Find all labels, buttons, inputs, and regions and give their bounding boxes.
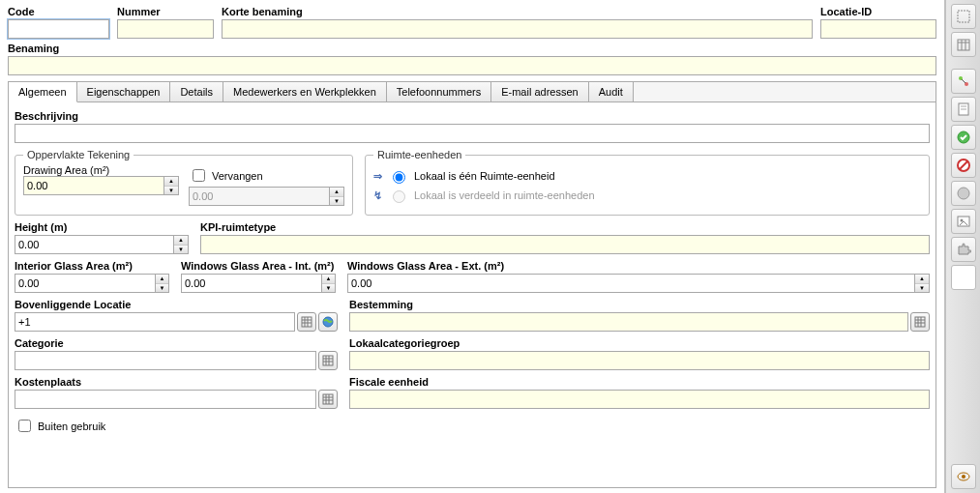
drawing-area-spinner[interactable]: ▲▼ [163,176,179,195]
svg-rect-6 [915,317,925,327]
win-glass-ext-spinner[interactable]: ▲▼ [914,274,930,293]
tool-puzzle-icon[interactable] [951,237,976,262]
bovenliggende-label: Bovenliggende Locatie [15,299,338,310]
kostenplaats-lookup-button[interactable] [318,390,338,409]
tool-blank[interactable] [951,265,976,290]
oppervlakte-legend: Oppervlakte Tekening [23,149,134,160]
radio-one-unit[interactable] [393,171,405,184]
bestemming-lookup-button[interactable] [910,312,930,332]
benaming-input[interactable] [8,56,936,75]
tool-link-icon[interactable] [951,69,976,94]
svg-rect-11 [323,356,333,365]
svg-rect-21 [958,11,969,22]
lokaalcategoriegroep-label: Lokaalcategoriegroep [349,337,930,349]
bovenliggende-globe-button[interactable] [318,312,338,332]
tab-algemeen[interactable]: Algemeen [9,82,77,102]
radio-one-unit-label: Lokaal is één Ruimte-eenheid [414,170,555,182]
categorie-label: Categorie [15,337,338,349]
radio-multi-unit-label: Lokaal is verdeeld in ruimte-eenheden [414,189,595,201]
svg-point-39 [962,475,965,478]
win-glass-int-label: Windows Glass Area - Int. (m²) [181,260,336,272]
win-glass-ext-label: Windows Glass Area - Ext. (m²) [347,260,930,272]
vervangen-spinner: ▲▼ [329,187,344,206]
categorie-lookup-button[interactable] [318,351,338,370]
tool-document-icon[interactable] [951,97,976,122]
categorie-input[interactable] [15,351,316,370]
korte-benaming-label: Korte benaming [222,6,813,17]
svg-point-35 [958,188,969,199]
int-glass-input[interactable] [15,274,155,293]
kostenplaats-label: Kostenplaats [15,376,338,388]
code-label: Code [8,6,109,17]
tool-image-icon[interactable] [951,209,976,234]
tab-content-algemeen: Beschrijving Oppervlakte Tekening Drawin… [8,102,936,488]
win-glass-ext-input[interactable] [347,274,914,293]
win-glass-int-input[interactable] [181,274,321,293]
bovenliggende-lookup-button[interactable] [297,312,316,332]
locatie-id-input[interactable] [820,19,936,39]
height-spinner[interactable]: ▲▼ [173,235,189,254]
vervangen-checkbox[interactable]: Vervangen [189,166,344,185]
ruimte-eenheden-fieldset: Ruimte-eenheden ⇒ Lokaal is één Ruimte-e… [365,149,930,216]
fiscale-input[interactable] [349,390,930,409]
tab-details[interactable]: Details [170,82,223,102]
lokaalcategoriegroep-input[interactable] [349,351,930,370]
tab-email[interactable]: E-mail adressen [491,82,588,102]
tool-ok-icon[interactable] [951,125,976,150]
equals-icon: ⇒ [373,170,382,183]
locatie-id-label: Locatie-ID [820,6,936,17]
int-glass-label: Interior Glass Area (m²) [15,260,169,272]
code-input[interactable] [8,19,109,39]
ruimte-eenheden-legend: Ruimte-eenheden [373,149,465,160]
tool-globe-icon[interactable] [951,181,976,206]
form-area: Code Nummer Korte benaming Locatie-ID Be… [0,0,945,493]
toolbar [945,0,980,493]
tool-select-icon[interactable] [951,4,976,29]
benaming-label: Benaming [8,43,936,54]
kostenplaats-input[interactable] [15,390,316,409]
drawing-area-label: Drawing Area (m²) [23,164,179,176]
svg-rect-22 [958,40,969,50]
tabs: Algemeen Eigenschappen Details Medewerke… [8,81,936,102]
bestemming-label: Bestemming [349,299,930,310]
split-icon: ↯ [373,189,382,202]
tab-eigenschappen[interactable]: Eigenschappen [77,82,171,102]
nummer-input[interactable] [117,19,214,39]
fiscale-label: Fiscale eenheid [349,376,930,388]
tab-telefoon[interactable]: Telefoonnummers [387,82,491,102]
beschrijving-input[interactable] [15,124,930,143]
buiten-gebruik-checkbox[interactable]: Buiten gebruik [15,417,930,435]
radio-multi-unit [393,190,405,203]
tab-audit[interactable]: Audit [589,82,634,102]
vervangen-input [189,187,329,206]
drawing-area-input[interactable] [23,176,163,195]
tool-eye-icon[interactable] [951,464,976,489]
svg-line-28 [962,79,965,83]
height-label: Height (m) [15,221,189,233]
beschrijving-label: Beschrijving [15,110,930,122]
svg-point-37 [960,219,963,222]
nummer-label: Nummer [117,6,214,17]
win-glass-int-spinner[interactable]: ▲▼ [321,274,336,293]
kpi-input[interactable] [200,235,930,254]
tab-medewerkers[interactable]: Medewerkers en Werkplekken [223,82,387,102]
oppervlakte-fieldset: Oppervlakte Tekening Drawing Area (m²) ▲… [15,149,353,216]
int-glass-spinner[interactable]: ▲▼ [155,274,169,293]
svg-rect-16 [323,394,333,404]
svg-rect-0 [302,317,312,327]
bestemming-input[interactable] [349,312,908,332]
tool-calendar-icon[interactable] [951,32,976,57]
bovenliggende-input[interactable] [15,312,295,332]
tool-cancel-icon[interactable] [951,153,976,178]
height-input[interactable] [15,235,173,254]
korte-benaming-input[interactable] [222,19,813,39]
kpi-label: KPI-ruimtetype [200,221,930,233]
